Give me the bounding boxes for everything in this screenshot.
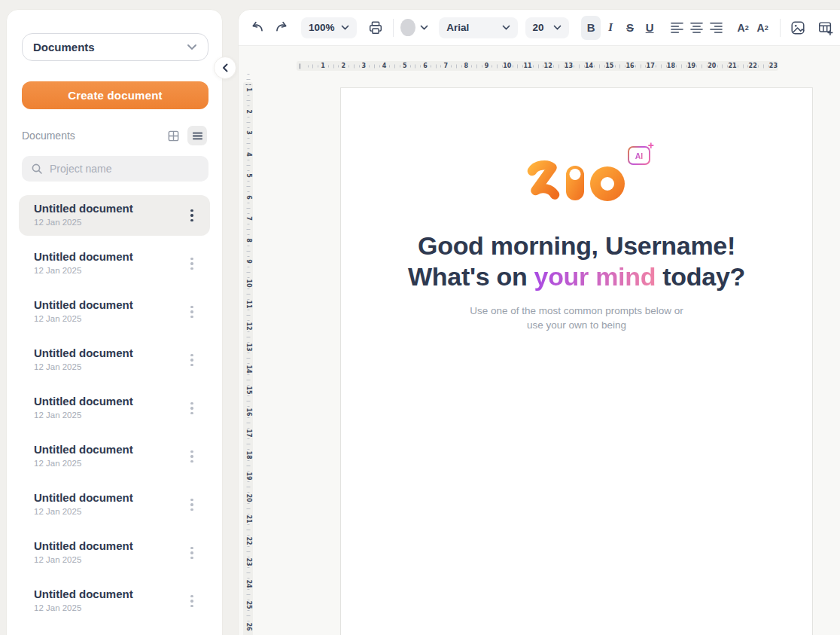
strikethrough-button[interactable]: S <box>620 16 640 40</box>
document-list-item[interactable]: Untitled document 12 Jan 2025 <box>19 292 210 332</box>
ruler-tick <box>415 64 415 68</box>
document-list-item[interactable]: Untitled document 12 Jan 2025 <box>19 340 210 380</box>
toolbar-separator <box>780 19 781 37</box>
undo-button[interactable] <box>248 16 268 40</box>
document-list-item[interactable]: Untitled document 12 Jan 2025 <box>19 533 210 573</box>
ruler-tick <box>738 65 738 67</box>
ruler-number: 4 <box>382 61 387 71</box>
align-left-button[interactable] <box>667 16 686 40</box>
redo-button[interactable] <box>271 16 291 40</box>
ruler-tick <box>558 64 559 68</box>
document-title: Untitled document <box>34 491 180 504</box>
document-menu-button[interactable] <box>184 350 199 370</box>
redo-icon <box>272 20 289 36</box>
ruler-tick <box>656 65 656 67</box>
align-right-button[interactable] <box>706 16 726 40</box>
documents-section-label: Documents <box>22 130 75 142</box>
document-list-item[interactable]: Untitled document 12 Jan 2025 <box>19 388 210 429</box>
ruler-number: 14 <box>585 61 593 71</box>
ruler-tick <box>247 460 249 461</box>
ruler-tick <box>333 64 334 68</box>
ruler-tick <box>374 64 375 68</box>
ruler-tick <box>681 64 682 68</box>
ruler-tick <box>619 64 620 68</box>
ruler-number: 9 <box>245 259 251 264</box>
ruler-tick <box>247 74 249 75</box>
bold-button[interactable]: B <box>581 16 601 40</box>
ruler-tick <box>246 508 250 509</box>
search-input[interactable] <box>50 163 199 175</box>
document-menu-button[interactable] <box>184 254 199 273</box>
document-date: 12 Jan 2025 <box>34 411 180 420</box>
ruler-tick <box>389 65 390 67</box>
document-date: 12 Jan 2025 <box>34 555 180 564</box>
document-menu-button[interactable] <box>184 447 199 466</box>
greeting-subtitle: Use one of the most common prompts below… <box>341 304 812 332</box>
collapse-sidebar-button[interactable] <box>214 56 236 79</box>
text-color-button[interactable] <box>400 16 428 40</box>
document-page[interactable]: AI + Good morning, Username! What's on y… <box>340 87 813 635</box>
grid-view-button[interactable] <box>163 126 183 145</box>
font-family-select[interactable]: Arial <box>439 17 517 38</box>
zoom-select[interactable]: 100% <box>301 17 357 38</box>
ruler-number: 8 <box>464 61 469 71</box>
ruler-number: 17 <box>245 429 251 437</box>
ruler-number: 1 <box>245 87 251 92</box>
font-size-select[interactable]: 20 <box>525 17 570 38</box>
ruler-number: 6 <box>245 195 251 200</box>
document-menu-button[interactable] <box>184 591 199 611</box>
workspace-selector[interactable]: Documents <box>22 33 208 61</box>
document-list-item[interactable]: Untitled document 12 Jan 2025 <box>19 243 210 284</box>
ruler-number: 1 <box>321 61 325 71</box>
greeting-line1: Good morning, Username! <box>418 231 735 260</box>
ruler-tick <box>758 65 759 67</box>
align-center-button[interactable] <box>686 16 706 40</box>
ruler-number: 18 <box>245 450 251 459</box>
horizontal-ruler[interactable]: 1234567891011121314151617181920212223 <box>297 61 778 71</box>
document-list-item[interactable]: Untitled document 12 Jan 2025 <box>19 581 210 621</box>
create-document-button[interactable]: Create document <box>22 81 208 109</box>
workspace-selector-label: Documents <box>33 41 95 53</box>
document-list-item[interactable]: Untitled document 12 Jan 2025 <box>19 195 210 236</box>
document-menu-button[interactable] <box>184 206 199 225</box>
subscript-button[interactable]: A2 <box>753 16 772 40</box>
sparkle-icon: + <box>648 140 654 151</box>
ruler-number: 21 <box>245 514 251 523</box>
document-menu-button[interactable] <box>184 495 199 514</box>
print-icon <box>367 20 384 36</box>
grid-view-icon <box>167 130 180 142</box>
documents-section-header: Documents <box>22 126 207 145</box>
document-list-item[interactable]: Untitled document 12 Jan 2025 <box>19 484 210 525</box>
document-menu-button[interactable] <box>184 543 199 563</box>
print-button[interactable] <box>366 16 385 40</box>
ruler-tick <box>247 170 249 171</box>
italic-button[interactable]: I <box>601 16 620 40</box>
document-title: Untitled document <box>34 347 180 359</box>
ruler-tick <box>247 320 249 321</box>
document-menu-button[interactable] <box>184 302 199 322</box>
insert-image-button[interactable] <box>788 16 808 40</box>
ruler-number: 8 <box>245 238 251 243</box>
list-view-button[interactable] <box>187 126 207 145</box>
superscript-button[interactable]: A2 <box>733 16 753 40</box>
document-list-item[interactable]: Untitled document 12 Jan 2025 <box>19 436 210 477</box>
ruler-tick <box>436 64 437 68</box>
document-title: Untitled document <box>34 298 180 311</box>
ruler-tick <box>246 186 250 187</box>
vertical-ruler[interactable]: 1234567891011121314151617181920212223242… <box>243 82 253 635</box>
kebab-icon <box>190 450 193 463</box>
document-date: 12 Jan 2025 <box>34 314 180 323</box>
ruler-tick <box>247 417 249 418</box>
kebab-icon <box>190 499 193 511</box>
chevron-down-icon <box>187 44 197 50</box>
kebab-icon <box>190 354 193 366</box>
underline-button[interactable]: U <box>640 16 659 40</box>
ruler-tick <box>246 337 250 337</box>
ruler-tick <box>410 65 411 67</box>
insert-table-button[interactable] <box>815 16 835 40</box>
ruler-tick <box>246 594 250 595</box>
ruler-tick <box>308 65 309 67</box>
ruler-tick <box>594 65 595 67</box>
ruler-number: 12 <box>544 61 552 71</box>
document-menu-button[interactable] <box>184 398 199 418</box>
